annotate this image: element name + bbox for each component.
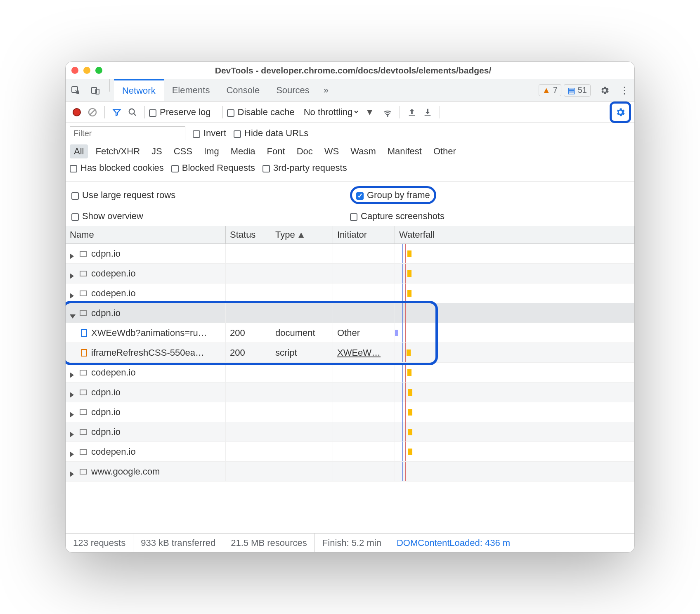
column-type[interactable]: Type▲ (271, 226, 333, 243)
has-blocked-cookies-checkbox[interactable]: Has blocked cookies (70, 163, 164, 173)
download-icon[interactable] (420, 104, 435, 120)
tab-network[interactable]: Network (114, 79, 164, 101)
table-row[interactable]: cdpn.io (66, 383, 634, 402)
more-tabs-icon[interactable]: » (318, 79, 334, 101)
row-initiator[interactable]: XWEeW… (333, 343, 395, 362)
filter-input[interactable] (70, 126, 185, 140)
warnings-badge[interactable]: ▲7 (539, 84, 561, 96)
throttling-select[interactable]: No throttling (302, 106, 359, 118)
row-waterfall (395, 442, 634, 461)
chevron-right-icon[interactable] (70, 449, 76, 455)
preserve-log-checkbox[interactable]: Preserve log (149, 107, 211, 118)
filter-chip-media[interactable]: Media (227, 144, 260, 158)
table-row[interactable]: XWEeWdb?animations=ru…200documentOther (66, 323, 634, 343)
filter-chip-all[interactable]: All (70, 144, 88, 158)
chevron-right-icon[interactable] (70, 469, 76, 475)
maximize-icon[interactable] (95, 67, 102, 74)
row-name: cdpn.io (91, 387, 121, 398)
network-conditions-icon[interactable] (380, 104, 395, 120)
filter-chip-doc[interactable]: Doc (293, 144, 317, 158)
upload-icon[interactable] (404, 104, 420, 120)
clear-icon[interactable] (85, 104, 100, 120)
filter-chip-wasm[interactable]: Wasm (346, 144, 380, 158)
device-toggle-icon[interactable] (85, 79, 105, 101)
chevron-right-icon[interactable] (70, 251, 76, 257)
row-waterfall (395, 264, 634, 283)
tab-elements[interactable]: Elements (164, 79, 218, 101)
row-waterfall (395, 422, 634, 442)
filter-chip-manifest[interactable]: Manifest (383, 144, 426, 158)
chevron-right-icon[interactable] (70, 271, 76, 276)
filter-chip-font[interactable]: Font (263, 144, 289, 158)
disable-cache-checkbox[interactable]: Disable cache (227, 107, 295, 118)
row-initiator (333, 442, 395, 461)
chevron-right-icon[interactable] (70, 429, 76, 435)
hide-data-urls-checkbox[interactable]: Hide data URLs (234, 128, 308, 139)
row-type (271, 283, 333, 303)
invert-checkbox[interactable]: Invert (193, 128, 226, 139)
tab-sources[interactable]: Sources (268, 79, 318, 101)
table-row[interactable]: iframeRefreshCSS-550ea…200scriptXWEeW… (66, 343, 634, 363)
filter-chip-js[interactable]: JS (147, 144, 166, 158)
filter-chip-fetchxhr[interactable]: Fetch/XHR (91, 144, 144, 158)
row-initiator: Other (333, 323, 395, 342)
row-name: codepen.io (91, 288, 136, 299)
chevron-right-icon[interactable] (70, 290, 76, 296)
table-row[interactable]: www.google.com (66, 462, 634, 482)
table-row[interactable]: codepen.io (66, 283, 634, 303)
tab-console[interactable]: Console (218, 79, 268, 101)
minimize-icon[interactable] (83, 67, 90, 74)
filter-chip-img[interactable]: Img (200, 144, 223, 158)
filter-chip-other[interactable]: Other (429, 144, 460, 158)
filter-section: Invert Hide data URLs AllFetch/XHRJSCSSI… (66, 123, 634, 182)
row-waterfall (395, 363, 634, 382)
column-initiator[interactable]: Initiator (333, 226, 395, 243)
table-row[interactable]: cdpn.io (66, 244, 634, 264)
messages-badge[interactable]: ▤51 (564, 84, 591, 97)
status-bar: 123 requests 933 kB transferred 21.5 MB … (66, 533, 634, 552)
close-icon[interactable] (71, 67, 78, 74)
table-row[interactable]: cdpn.io (66, 422, 634, 442)
table-row[interactable]: codepen.io (66, 442, 634, 462)
svg-point-4 (129, 109, 135, 114)
column-status[interactable]: Status (226, 226, 271, 243)
network-settings-icon[interactable] (612, 104, 628, 120)
capture-screenshots-checkbox[interactable]: Capture screenshots (350, 211, 445, 222)
column-name[interactable]: Name (66, 226, 226, 243)
table-row[interactable]: cdpn.io (66, 303, 634, 323)
network-toolbar: Preserve log Disable cache No throttling… (66, 102, 634, 123)
frame-icon (80, 290, 87, 296)
filter-chip-ws[interactable]: WS (320, 144, 343, 158)
inspect-icon[interactable] (66, 79, 85, 101)
row-waterfall (395, 402, 634, 422)
blocked-requests-checkbox[interactable]: Blocked Requests (171, 163, 255, 173)
table-row[interactable]: codepen.io (66, 264, 634, 283)
settings-icon[interactable] (595, 79, 615, 101)
kebab-menu-icon[interactable]: ⋮ (615, 79, 634, 101)
chevron-right-icon[interactable] (70, 409, 76, 415)
filter-chip-css[interactable]: CSS (170, 144, 196, 158)
table-row[interactable]: codepen.io (66, 363, 634, 383)
row-name: XWEeWdb?animations=ru… (91, 328, 207, 338)
table-row[interactable]: cdpn.io (66, 402, 634, 422)
status-requests: 123 requests (66, 534, 133, 552)
row-type (271, 363, 333, 382)
row-name: cdpn.io (91, 407, 121, 418)
large-rows-checkbox[interactable]: Use large request rows (71, 190, 175, 201)
group-by-frame-checkbox[interactable]: Group by frame (356, 190, 430, 201)
row-status (226, 283, 271, 303)
filter-icon[interactable] (109, 104, 125, 120)
third-party-requests-checkbox[interactable]: 3rd-party requests (262, 163, 347, 173)
show-overview-checkbox[interactable]: Show overview (71, 211, 143, 222)
tab-bar: Network Elements Console Sources » ▲7 ▤5… (66, 79, 634, 102)
chevron-right-icon[interactable] (70, 370, 76, 375)
chevron-right-icon[interactable] (70, 390, 76, 395)
row-initiator (333, 383, 395, 402)
record-button[interactable] (69, 104, 85, 120)
column-waterfall[interactable]: Waterfall (395, 226, 634, 243)
search-icon[interactable] (125, 104, 140, 120)
row-status: 200 (226, 323, 271, 342)
row-initiator (333, 303, 395, 323)
row-type (271, 402, 333, 422)
chevron-down-icon[interactable] (70, 310, 76, 316)
